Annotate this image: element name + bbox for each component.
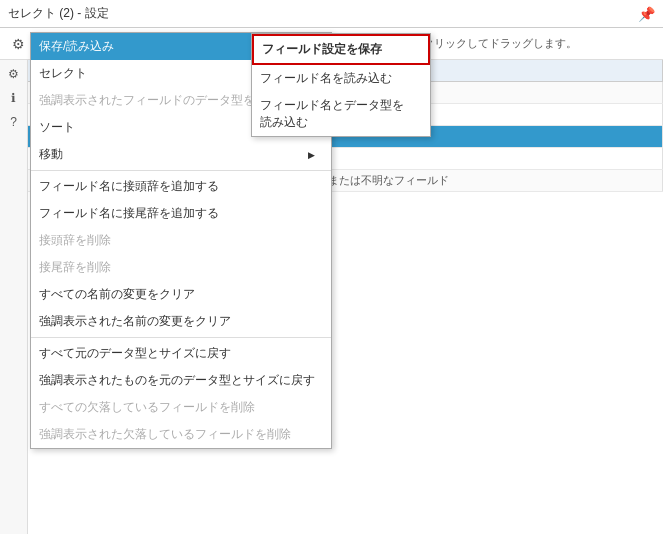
menu-item-move[interactable]: 移動 (31, 141, 331, 168)
submenu-item-save-settings[interactable]: フィールド設定を保存 (252, 34, 430, 65)
menu-label-clear-highlighted-names: 強調表示された名前の変更をクリア (39, 313, 231, 330)
menu-label-save-load: 保存/読み込み (39, 38, 114, 55)
menu-item-restore-types[interactable]: すべて元のデータ型とサイズに戻す (31, 340, 331, 367)
menu-item-remove-prefix: 接頭辞を削除 (31, 227, 331, 254)
menu-label-restore-types: すべて元のデータ型とサイズに戻す (39, 345, 231, 362)
menu-label-sort: ソート (39, 119, 75, 136)
options-dropdown: 保存/読み込み フィールド設定を保存 フィールド名を読み込む フィールド名とデー… (30, 32, 332, 449)
menu-label-add-prefix: フィールド名に接頭辞を追加する (39, 178, 219, 195)
menu-item-add-suffix[interactable]: フィールド名に接尾辞を追加する (31, 200, 331, 227)
sidebar-help-icon[interactable]: ? (4, 112, 24, 132)
submenu-item-read-names[interactable]: フィールド名を読み込む (252, 65, 430, 92)
menu-label-change-type: 強調表示されたフィールドのデータ型を変更 (39, 92, 279, 109)
menu-item-clear-highlighted-names[interactable]: 強調表示された名前の変更をクリア (31, 308, 331, 335)
sidebar: ⚙ ℹ ? (0, 60, 28, 534)
submenu-save-load: フィールド設定を保存 フィールド名を読み込む フィールド名とデータ型を読み込む (251, 33, 431, 137)
menu-item-clear-all-names[interactable]: すべての名前の変更をクリア (31, 281, 331, 308)
menu-label-remove-prefix: 接頭辞を削除 (39, 232, 111, 249)
menu-label-select: セレクト (39, 65, 87, 82)
menu-label-remove-highlighted-missing: 強調表示された欠落しているフィールドを削除 (39, 426, 291, 443)
row-extra-unknown: 動的または不明なフィールド (302, 170, 663, 191)
menu-item-add-prefix[interactable]: フィールド名に接頭辞を追加する (31, 173, 331, 200)
menu-item-remove-highlighted-missing: 強調表示された欠落しているフィールドを削除 (31, 421, 331, 448)
title-bar-actions: 📌 (638, 6, 655, 22)
menu-item-save-load[interactable]: 保存/読み込み フィールド設定を保存 フィールド名を読み込む フィールド名とデー… (31, 33, 331, 60)
menu-label-remove-suffix: 接尾辞を削除 (39, 259, 111, 276)
menu-label-add-suffix: フィールド名に接尾辞を追加する (39, 205, 219, 222)
menu-label-restore-highlighted-types: 強調表示されたものを元のデータ型とサイズに戻す (39, 372, 315, 389)
menu-divider-2 (31, 337, 331, 338)
sidebar-settings-icon[interactable]: ⚙ (4, 64, 24, 84)
menu-item-restore-highlighted-types[interactable]: 強調表示されたものを元のデータ型とサイズに戻す (31, 367, 331, 394)
row-extra-total (302, 148, 663, 169)
submenu-item-read-names-types[interactable]: フィールド名とデータ型を読み込む (252, 92, 430, 136)
sidebar-info-icon[interactable]: ℹ (4, 88, 24, 108)
menu-item-remove-suffix: 接尾辞を削除 (31, 254, 331, 281)
menu-label-clear-all-names: すべての名前の変更をクリア (39, 286, 195, 303)
window-title: セレクト (2) - 設定 (8, 5, 109, 22)
menu-label-remove-missing: すべての欠落しているフィールドを削除 (39, 399, 255, 416)
settings-icon-button[interactable]: ⚙ (6, 32, 30, 56)
menu-item-remove-missing: すべての欠落しているフィールドを削除 (31, 394, 331, 421)
title-bar: セレクト (2) - 設定 📌 (0, 0, 663, 28)
pin-icon[interactable]: 📌 (638, 6, 655, 22)
menu-divider-1 (31, 170, 331, 171)
menu-label-move: 移動 (39, 146, 63, 163)
